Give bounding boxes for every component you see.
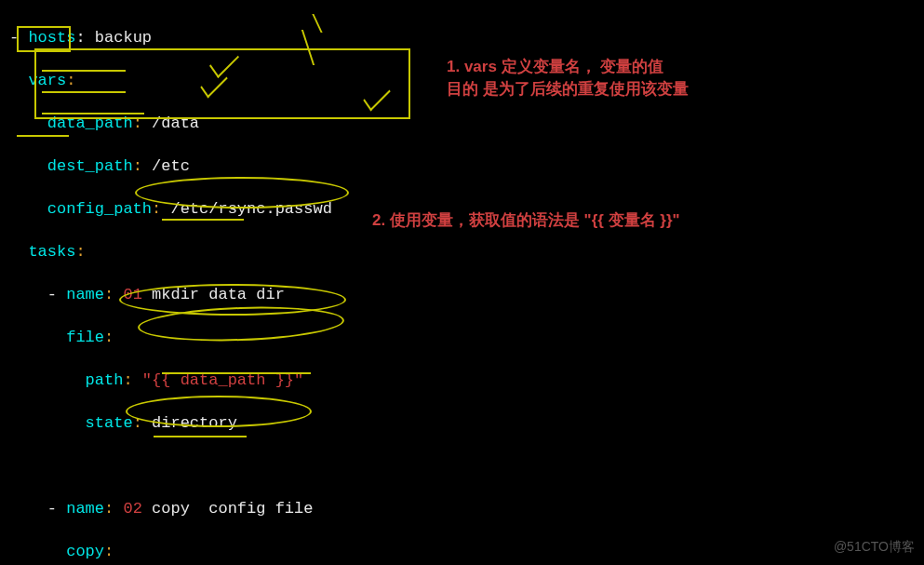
underline [42, 70, 126, 72]
strikethrough [162, 219, 244, 221]
annotation-2: 2. 使用变量，获取值的语法是 "{{ 变量名 }}" [372, 209, 680, 232]
underline [42, 113, 144, 114]
underline [17, 135, 69, 137]
underline [42, 91, 126, 93]
strikethrough [154, 436, 247, 437]
watermark: @51CTO博客 [834, 536, 915, 558]
highlight-ellipse [126, 396, 312, 427]
highlight-ellipse [135, 177, 349, 209]
strikethrough [162, 372, 311, 374]
annotation-1: 1. vars 定义变量名， 变量的值 目的 是为了后续的重复使用该变量 [447, 56, 689, 101]
